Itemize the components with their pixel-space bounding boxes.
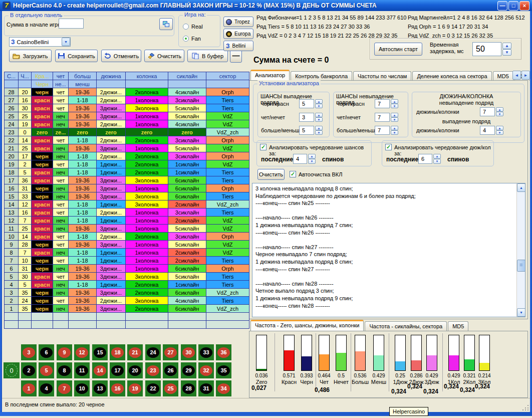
tab-деление-колеса-на-сектора[interactable]: Деление колеса на сектора [412,71,491,81]
alt-chances-spins[interactable]: 4 [293,154,307,164]
tabs-scroll-left-button[interactable]: ◄ [512,71,521,80]
roulette-number-cell[interactable]: 9 [57,344,72,360]
column-header[interactable]: дюжина [97,72,126,80]
analyzer-clear-button[interactable]: Очистить [257,169,285,180]
table-row[interactable]: 2525красннеч19-363дюжи...1колонка5сиклай… [5,112,249,120]
roulette-number-cell[interactable]: 18 [110,344,125,360]
up-arrow-icon[interactable]: ▲ [502,43,511,49]
spin-value[interactable]: 5 [299,99,314,108]
tab-частоты-по-числам[interactable]: Частоты по числам [353,71,411,81]
table-row[interactable]: 1412краснчет1-181дюжи...3колонка2сиклайн… [5,200,249,208]
alt-chances-checkbox[interactable]: ✓ [260,144,267,150]
roulette-number-cell[interactable]: 1 [21,380,37,396]
maximize-button[interactable]: □ [508,1,518,11]
stepper[interactable]: ▲▼ [315,126,323,135]
stepper[interactable]: ▲▼ [391,113,398,122]
stepper[interactable]: ▲▼ [496,126,503,135]
analyzer-log[interactable]: 3 колонка невыпадала подряд 8 спин; Набл… [252,183,525,317]
copy-to-buffer-button[interactable]: В буфер [187,50,228,62]
alt-dozen-spins[interactable]: 6 [418,154,432,164]
stepper[interactable]: ▲▼ [391,126,398,135]
radio-real[interactable]: Real [183,24,203,30]
delay-input[interactable]: 50 [472,42,501,56]
tab-контроль-банкролла[interactable]: Контроль банкролла [291,71,352,81]
detach-panel-button[interactable] [159,18,173,30]
spin-value[interactable]: 7 [375,113,390,122]
table-row[interactable]: 1014краснчет1-182дюжи...2колонка3сиклайн… [5,233,249,241]
roulette-number-cell[interactable]: 20 [127,362,143,378]
roulette-number-cell[interactable]: 7 [57,380,72,396]
table-row[interactable]: 127красннеч1-181дюжи...1колонка2сиклайнV… [5,217,249,225]
tropez-button[interactable]: Tropez [223,17,253,27]
freq-tab-частота-zero-шансы-дюжины-колонки[interactable]: Частота - Zero, шансы, дюжины, колонки [250,320,364,331]
table-row[interactable]: 530краснчет19-363дюжи...3колонка5сиклайн… [5,273,249,281]
table-row[interactable]: 2716краснчет1-182дюжи...1колонка3сиклайн… [5,96,249,104]
stepper[interactable]: ▲▼ [315,113,323,122]
close-button[interactable]: × [519,1,529,11]
minimize-button[interactable]: — [497,1,507,11]
roulette-number-cell[interactable]: 5 [39,362,54,378]
table-row[interactable]: 1316краснчет1-182дюжи...1колонка3сиклайн… [5,208,249,217]
table-row[interactable]: 631черннеч19-363дюжи...1колонка6сиклайнO… [5,265,249,273]
roulette-number-cell[interactable]: 36 [216,344,231,360]
table-row[interactable]: 1533черннеч19-363дюжи...3колонка6сиклайн… [5,192,249,200]
undo-button[interactable]: Отменить [101,50,141,62]
column-header[interactable]: чет [53,72,69,80]
roulette-number-cell[interactable]: 15 [92,344,108,360]
freq-tab-частота-сиклайны-сектора[interactable]: Частота - сиклайны, сектора [365,321,447,331]
table-row[interactable]: 1736краснчет19-363дюжи...3колонка6сиклай… [5,176,249,184]
roulette-number-cell[interactable]: 2 [21,362,37,378]
roulette-number-cell[interactable]: 30 [181,344,196,360]
roulette-number-cell[interactable]: 23 [145,362,161,378]
roulette-number-cell[interactable]: 3 [21,344,37,360]
table-row[interactable]: 2125красннеч19-363дюжи...1колонка5сиклай… [5,144,249,152]
table-row[interactable] [5,313,249,321]
table-row[interactable]: 2820чернчет19-362дюжи...2колонка4сиклайн… [5,88,249,96]
table-row[interactable]: 135черннеч19-363дюжи...2колонка6сиклайнV… [5,305,249,313]
table-row[interactable]: 224чернчет19-362дюжи...3колонка4сиклайнT… [5,297,249,305]
scroll-up-button[interactable]: ▲ [517,183,525,192]
roulette-number-cell[interactable]: 29 [181,362,196,378]
table-row[interactable]: 1631черннеч19-363дюжи...1колонка6сиклайн… [5,184,249,192]
start-sum-input[interactable] [59,19,84,29]
column-header[interactable]: больш [69,72,97,80]
roulette-number-cell[interactable]: 32 [198,362,214,378]
table-row[interactable]: 928чернчет19-363дюжи...1колонка5сиклайнV… [5,241,249,249]
table-row[interactable]: 45красннеч1-181дюжи...2колонка1сиклайнTi… [5,281,249,289]
roulette-number-cell[interactable]: 4 [39,380,54,396]
roulette-number-cell[interactable]: 16 [110,380,125,396]
autoclear-checkbox[interactable]: ✓ [290,171,296,177]
stepper[interactable]: ▲▼ [496,107,503,116]
column-header[interactable]: Кра... [32,72,53,80]
stepper[interactable]: ▲▼ [308,154,316,164]
roulette-number-cell[interactable]: 26 [163,362,178,378]
delay-stepper[interactable]: ▲ ▼ [502,43,511,56]
tabs-scroll-right-button[interactable]: ► [521,71,530,80]
spin-value[interactable]: 7 [480,107,495,116]
bellini-button[interactable]: З Bellini [223,41,253,51]
roulette-number-cell[interactable]: 14 [92,362,108,378]
roulette-number-cell[interactable]: 6 [39,344,54,360]
roulette-number-cell[interactable]: 12 [74,344,90,360]
casino-select[interactable]: З CasinoBellini ▼ [9,37,71,47]
roulette-number-cell[interactable]: 27 [163,344,178,360]
scroll-down-button[interactable]: ▼ [517,308,525,317]
clear-button[interactable]: Очистить [144,50,184,62]
column-header[interactable]: сиклайн [168,72,206,80]
chevron-down-icon[interactable]: ▼ [62,38,70,46]
down-arrow-icon[interactable]: ▼ [502,49,511,56]
roulette-number-cell[interactable]: 31 [198,380,214,396]
roulette-number-cell[interactable]: 25 [163,380,178,396]
table-row[interactable]: 2017черннеч1-182дюжи...2колонка3сиклайнO… [5,152,249,160]
scroll-thumb[interactable] [517,260,525,272]
table-row[interactable]: С...Ч...Кра...четбольшдюжинаколонкасикла… [5,72,249,80]
roulette-number-cell[interactable]: 17 [110,362,125,378]
column-header[interactable]: сектор [206,72,249,80]
spin-value[interactable]: 4 [480,126,495,135]
roulette-number-cell[interactable]: 24 [145,344,161,360]
table-row[interactable]: 2214краснчет1-182дюжи...2колонка3сиклайн… [5,136,249,144]
stepper[interactable]: ▲▼ [433,154,441,164]
roulette-number-cell[interactable]: 33 [198,344,214,360]
table-row[interactable]: Чернне...менш [5,80,249,88]
table-row[interactable]: 230zeroze...zerozerozerozeroVdZ_zch [5,128,249,136]
